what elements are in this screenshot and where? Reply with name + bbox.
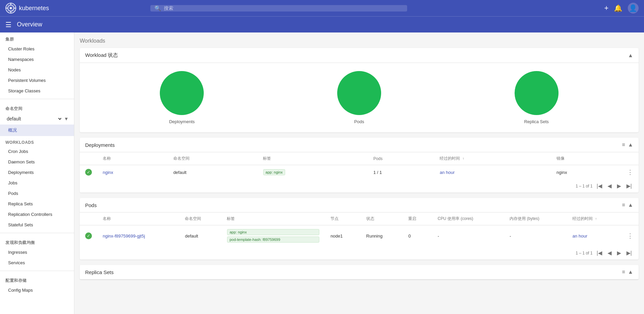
th-time[interactable]: 经过的时间 ↑ [434, 152, 551, 165]
deployments-table-container: 名称 命名空间 标签 Pods 经过的时间 ↑ 镜像 [80, 152, 639, 179]
pagination-next-button[interactable]: ▶ [616, 182, 622, 190]
time-link[interactable]: an hour [440, 170, 454, 175]
th-memory: 内存使用 (bytes) [504, 212, 567, 225]
sidebar-item-ingresses[interactable]: Ingresses [0, 247, 74, 257]
add-button[interactable]: + [604, 4, 609, 13]
search-input[interactable] [164, 5, 403, 11]
logo[interactable]: kubernetes [5, 3, 49, 14]
replica-sets-collapse-button[interactable]: ▲ [628, 269, 633, 275]
pagination-last-button[interactable]: ▶| [625, 249, 633, 257]
replica-sets-filter-button[interactable]: ≡ [622, 269, 625, 275]
sidebar-item-replication-controllers[interactable]: Replication Controllers [0, 209, 74, 220]
namespace-section-label: 命名空间 [0, 102, 74, 113]
pods-filter-button[interactable]: ≡ [622, 202, 625, 208]
pagination-prev-button[interactable]: ◀ [606, 182, 613, 190]
sidebar-item-label: Jobs [8, 180, 17, 185]
pagination-last-button[interactable]: ▶| [625, 182, 633, 190]
sidebar-item-persistent-volumes[interactable]: Persistent Volumes [0, 75, 74, 86]
sidebar-item-stateful-sets[interactable]: Stateful Sets [0, 220, 74, 230]
th-pods: Pods [368, 152, 435, 165]
sidebar-item-daemon-sets[interactable]: Daemon Sets [0, 157, 74, 167]
notification-button[interactable]: 🔔 [614, 4, 622, 12]
sidebar-item-nodes[interactable]: Nodes [0, 65, 74, 75]
deployments-filter-button[interactable]: ≡ [622, 142, 625, 148]
pods-header-right: ≡ ▲ [622, 202, 633, 208]
more-button[interactable]: ⋮ [627, 169, 633, 176]
search-icon: 🔍 [154, 5, 161, 12]
deployments-collapse-button[interactable]: ▲ [628, 142, 633, 148]
th-labels: 标签 [257, 152, 368, 165]
search-bar[interactable]: 🔍 [150, 5, 407, 12]
replicasets-label: Replica Sets [524, 119, 549, 124]
pagination-prev-button[interactable]: ◀ [606, 249, 613, 257]
sidebar-item-jobs[interactable]: Jobs [0, 178, 74, 188]
td-more: ⋮ [622, 165, 639, 180]
pagination-info: 1 – 1 of 1 [576, 184, 593, 188]
sidebar-item-overview[interactable]: 概况 [0, 125, 74, 136]
svg-point-6 [10, 7, 12, 9]
replica-sets-card: Replica Sets ≡ ▲ [80, 265, 639, 279]
sidebar-item-storage-classes[interactable]: Storage Classes [0, 86, 74, 96]
sidebar-item-label: Cluster Roles [8, 46, 34, 51]
deployments-label: Deployments [169, 119, 195, 124]
layout: 集群 Cluster Roles Namespaces Nodes Persis… [0, 32, 644, 314]
pod-link[interactable]: nginx-f89759699-gjt5j [103, 233, 145, 239]
time-link[interactable]: an hour [572, 233, 587, 239]
pagination-first-button[interactable]: |◀ [595, 249, 603, 257]
sidebar-item-label: Config Maps [8, 288, 33, 293]
table-row: ✓ nginx-f89759699-gjt5j default app: ngi… [80, 225, 639, 247]
sidebar-item-cluster-roles[interactable]: Cluster Roles [0, 44, 74, 54]
pods-card: Pods ≡ ▲ 名称 命名空间 标签 节点 状态 [80, 198, 639, 260]
th-time[interactable]: 经过的时间 ↑ [567, 212, 622, 225]
label-tag: app: nginx [227, 229, 319, 235]
namespace-selector[interactable]: default ▼ [0, 113, 74, 125]
th-restarts: 重启 [403, 212, 432, 225]
th-namespace: 命名空间 [168, 152, 257, 165]
namespace-dropdown[interactable]: default [5, 116, 63, 122]
sidebar-item-label: Services [8, 260, 25, 265]
sidebar-item-label: Replication Controllers [8, 212, 52, 217]
th-image: 镜像 [551, 152, 622, 165]
deployment-link[interactable]: nginx [103, 170, 113, 175]
sort-arrow: ↑ [595, 217, 597, 221]
td-node: node1 [325, 225, 361, 247]
more-button[interactable]: ⋮ [627, 232, 633, 239]
secondary-bar: ☰ Overview [0, 16, 644, 32]
collapse-button[interactable]: ▲ [628, 52, 633, 59]
td-image: nginx [551, 165, 622, 180]
topbar: kubernetes 🔍 + 🔔 👤 [0, 0, 644, 16]
pods-circle [337, 71, 381, 115]
workload-status-content: Deployments Pods Replica Sets [80, 63, 639, 132]
pagination-first-button[interactable]: |◀ [595, 182, 603, 190]
deployments-circle [160, 71, 204, 115]
workload-deployments-item: Deployments [160, 71, 204, 124]
workload-status-header: Workload 状态 ▲ [80, 48, 639, 63]
td-time: an hour [567, 225, 622, 247]
replica-sets-header: Replica Sets ≡ ▲ [80, 265, 639, 279]
pods-table: 名称 命名空间 标签 节点 状态 重启 CPU 使用率 (cores) 内存使用… [80, 212, 639, 246]
page-title: Overview [17, 21, 42, 28]
sidebar-item-label: Pods [8, 191, 18, 196]
deployments-card: Deployments ≡ ▲ 名称 命名空间 标签 Pods [80, 138, 639, 193]
pods-table-container: 名称 命名空间 标签 节点 状态 重启 CPU 使用率 (cores) 内存使用… [80, 212, 639, 246]
sidebar-item-replica-sets[interactable]: Replica Sets [0, 199, 74, 209]
th-status [80, 152, 97, 165]
sidebar-item-config-maps[interactable]: Config Maps [0, 285, 74, 295]
status-icon: ✓ [85, 169, 92, 176]
pods-collapse-button[interactable]: ▲ [628, 202, 633, 208]
workload-pods-item: Pods [337, 71, 381, 124]
sidebar-item-pods[interactable]: Pods [0, 188, 74, 199]
pagination-next-button[interactable]: ▶ [616, 249, 622, 257]
status-icon: ✓ [85, 232, 92, 239]
replicasets-circle [515, 71, 559, 115]
sidebar-item-cron-jobs[interactable]: Cron Jobs [0, 146, 74, 157]
td-cpu: - [432, 225, 504, 247]
sidebar-item-label: Cron Jobs [8, 149, 28, 154]
sidebar-item-namespaces[interactable]: Namespaces [0, 54, 74, 65]
menu-button[interactable]: ☰ [5, 21, 11, 29]
th-name[interactable]: 名称 [97, 152, 168, 165]
account-button[interactable]: 👤 [628, 3, 639, 14]
sidebar-item-deployments[interactable]: Deployments [0, 167, 74, 178]
workloads-heading: Workloads [80, 38, 639, 44]
sidebar-item-services[interactable]: Services [0, 257, 74, 268]
